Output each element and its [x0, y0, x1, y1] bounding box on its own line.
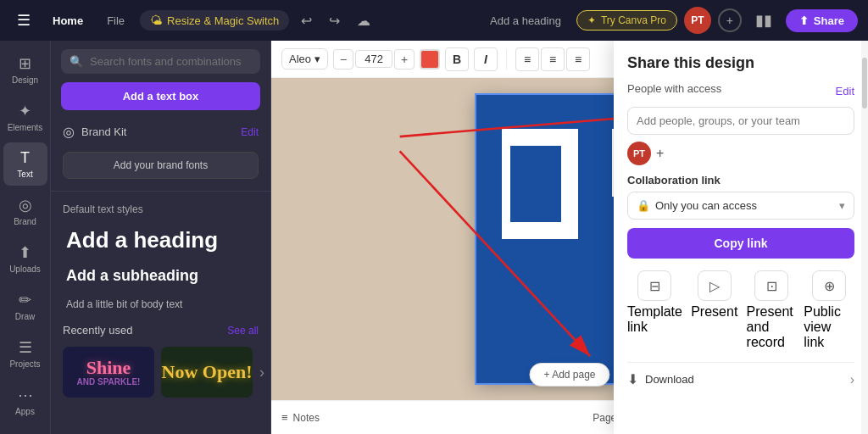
font-selector[interactable]: Aleo ▾ [281, 48, 328, 70]
present-button[interactable]: ▷ Present [689, 270, 740, 350]
text-icon: T [20, 149, 30, 167]
present-record-icon: ⊡ [754, 270, 788, 301]
canvas-blue-inner [510, 146, 561, 222]
present-record-button[interactable]: ⊡ Present and record [747, 270, 798, 350]
text-label: Text [17, 170, 32, 179]
add-collaborator-button[interactable]: + [718, 8, 742, 32]
chevron-down-icon: ▾ [839, 199, 845, 212]
present-icon: ▷ [698, 270, 732, 301]
increase-font-size-button[interactable]: + [394, 49, 415, 70]
notes-button[interactable]: ≡ Notes [281, 411, 320, 424]
main-layout: ⊞ Design ✦ Elements T Text ◎ Brand ⬆ Upl… [0, 41, 868, 434]
people-access-edit-button[interactable]: Edit [836, 85, 854, 97]
font-previews-next-button[interactable]: › [259, 347, 264, 398]
share-user-avatar[interactable]: PT [627, 142, 651, 165]
share-button[interactable]: ⬆ Share [786, 9, 858, 32]
download-label: Download [645, 373, 694, 386]
apps-icon: ⋯ [18, 386, 33, 404]
body-style-sample[interactable]: Add a little bit of body text [63, 295, 259, 314]
font-size-value[interactable]: 472 [355, 50, 392, 68]
home-button[interactable]: Home [44, 11, 92, 31]
heading-style-sample[interactable]: Add a heading [63, 224, 259, 257]
projects-label: Projects [9, 359, 40, 369]
present-record-label: Present and record [747, 304, 798, 350]
sidebar-item-uploads[interactable]: ⬆ Uploads [3, 236, 47, 281]
collab-link-dropdown[interactable]: 🔒 Only you can access ▾ [627, 192, 854, 220]
notes-label: Notes [293, 412, 320, 424]
sidebar-item-apps[interactable]: ⋯ Apps [3, 379, 47, 423]
redo-button[interactable]: ↪ [324, 9, 345, 32]
toolbar-divider [506, 49, 507, 70]
resize-label: Resize & Magic Switch [167, 14, 279, 27]
align-right-button[interactable]: ≡ [566, 47, 590, 71]
file-button[interactable]: File [98, 11, 133, 31]
undo-button[interactable]: ↩ [296, 9, 317, 32]
share-panel-title: Share this design [627, 54, 854, 72]
apps-label: Apps [15, 407, 35, 416]
sidebar-item-projects[interactable]: ☰ Projects [3, 331, 47, 376]
font-size-control: − 472 + [333, 49, 415, 70]
sidebar-icons: ⊞ Design ✦ Elements T Text ◎ Brand ⬆ Upl… [0, 41, 51, 434]
uploads-icon: ⬆ [19, 243, 31, 262]
search-icon: 🔍 [70, 55, 83, 68]
brand-kit-label: Brand Kit [81, 125, 126, 138]
try-pro-label: Try Canva Pro [601, 14, 666, 26]
people-access-row: People with access Edit [627, 82, 854, 100]
scrollbar[interactable] [861, 41, 868, 434]
sidebar-item-brand[interactable]: ◎ Brand [3, 189, 47, 233]
brand-kit-row: ◎ Brand Kit [63, 124, 126, 140]
sidebar-item-design[interactable]: ⊞ Design [3, 47, 47, 92]
add-user-icon[interactable]: + [656, 146, 664, 161]
align-left-button[interactable]: ≡ [515, 47, 539, 71]
see-all-button[interactable]: See all [227, 325, 259, 337]
recently-used-header: Recently used See all [51, 319, 270, 342]
font-name-label: Aleo [289, 53, 311, 65]
resize-magic-switch-button[interactable]: 🌤 Resize & Magic Switch [140, 10, 289, 31]
subheading-style-sample[interactable]: Add a subheading [63, 264, 259, 288]
decrease-font-size-button[interactable]: − [333, 49, 353, 70]
add-brand-fonts-button[interactable]: Add your brand fonts [63, 152, 259, 179]
scrollbar-thumb[interactable] [862, 58, 867, 108]
public-view-button[interactable]: ⊕ Public view link [804, 270, 854, 350]
elements-label: Elements [8, 123, 43, 132]
cloud-save-icon[interactable]: ☁ [352, 9, 376, 32]
template-link-button[interactable]: ⊟ Template link [627, 270, 682, 350]
menu-icon[interactable]: ☰ [10, 8, 37, 33]
sidebar-item-elements[interactable]: ✦ Elements [3, 95, 47, 139]
design-label: Design [12, 75, 38, 85]
default-text-styles-label: Default text styles [63, 203, 259, 215]
text-color-button[interactable] [420, 49, 440, 70]
try-pro-button[interactable]: ✦ Try Canva Pro [576, 10, 677, 31]
download-chevron-icon: › [850, 372, 854, 387]
font-preview-shine[interactable]: Shine AND SPARKLE! [63, 347, 154, 398]
add-people-input[interactable] [627, 107, 854, 135]
align-center-button[interactable]: ≡ [541, 47, 565, 71]
sidebar-item-draw[interactable]: ✏ Draw [3, 284, 47, 328]
italic-button[interactable]: I [474, 47, 498, 71]
template-link-icon: ⊟ [637, 270, 671, 301]
sidebar-item-text[interactable]: T Text [3, 142, 47, 186]
lock-icon: 🔒 [637, 199, 650, 212]
font-dropdown-icon: ▾ [314, 53, 320, 65]
share-label: Share [814, 14, 844, 27]
add-page-button[interactable]: + Add page [529, 363, 609, 387]
top-bar: ☰ Home File 🌤 Resize & Magic Switch ↩ ↪ … [0, 0, 868, 41]
share-avatar-row: PT + [627, 142, 854, 165]
stats-icon[interactable]: ▮▮ [748, 8, 779, 33]
star-icon: ✦ [587, 14, 596, 26]
draw-label: Draw [15, 312, 35, 321]
copy-link-button[interactable]: Copy link [627, 228, 854, 259]
add-textbox-button[interactable]: Add a text box [61, 82, 260, 110]
bold-button[interactable]: B [445, 47, 469, 71]
add-heading-button[interactable]: Add a heading [481, 11, 570, 31]
uploads-label: Uploads [9, 264, 41, 274]
search-input[interactable] [90, 55, 252, 68]
search-bar[interactable]: 🔍 [61, 49, 260, 74]
user-avatar[interactable]: PT [684, 7, 711, 34]
template-link-label: Template link [627, 304, 682, 335]
brand-kit-edit-button[interactable]: Edit [241, 126, 259, 138]
brand-kit-section: ◎ Brand Kit Edit Add your brand fonts [51, 119, 270, 184]
download-icon: ⬇ [627, 371, 638, 387]
download-row[interactable]: ⬇ Download › [627, 362, 854, 396]
font-preview-now[interactable]: Now Open! [161, 347, 253, 398]
